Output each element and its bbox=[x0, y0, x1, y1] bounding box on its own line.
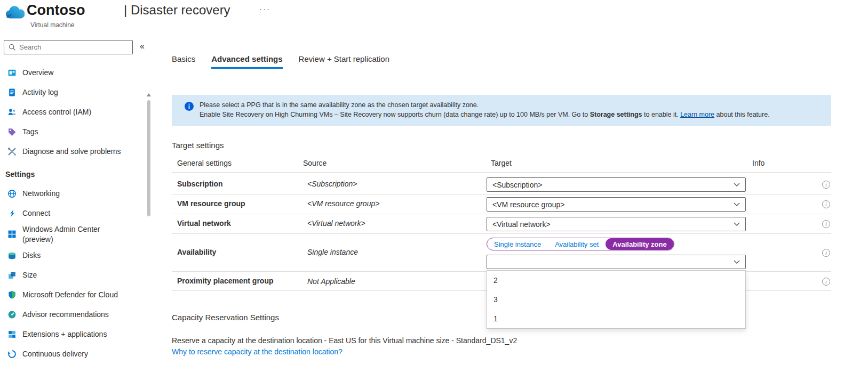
table-divider bbox=[172, 214, 831, 214]
sidebar-item-size[interactable]: Size bbox=[0, 265, 134, 285]
sidebar-item-label: Access control (IAM) bbox=[22, 107, 91, 117]
info-banner: Please select a PPG that is in the same … bbox=[172, 95, 831, 126]
banner-line2: Enable Site Recovery on High Churning VM… bbox=[200, 110, 824, 119]
disks-icon bbox=[7, 251, 17, 260]
windows-admin-center-icon bbox=[7, 230, 17, 239]
sidebar-item-extensions[interactable]: Extensions + applications bbox=[0, 325, 134, 344]
diagnose-icon bbox=[7, 147, 17, 156]
row-label-availability: Availability bbox=[177, 248, 216, 256]
more-options-icon[interactable]: ··· bbox=[259, 4, 270, 13]
sidebar: « Overview Activity log Access control (… bbox=[0, 37, 152, 373]
banner-line2-mid: to enable it. bbox=[642, 111, 681, 118]
subscription-select-value: <Subscription> bbox=[492, 181, 542, 189]
row-source-virtual-network: <Virtual network> bbox=[307, 219, 365, 228]
sidebar-item-windows-admin-center[interactable]: Windows Admin Center (preview) bbox=[0, 223, 134, 246]
pill-availability-zone[interactable]: Availability zone bbox=[606, 238, 673, 250]
networking-icon bbox=[7, 189, 17, 198]
column-header-source: Source bbox=[303, 159, 327, 167]
row-source-proximity-placement-group: Not Applicable bbox=[307, 277, 355, 286]
sidebar-item-label: Continuous delivery bbox=[22, 349, 88, 359]
sidebar-item-label: Size bbox=[22, 270, 37, 280]
column-header-target: Target bbox=[491, 159, 512, 167]
zone-option[interactable]: 2 bbox=[487, 271, 745, 290]
banner-text: Please select a PPG that is in the same … bbox=[200, 100, 824, 119]
banner-line2-suffix: about this feature. bbox=[714, 111, 770, 118]
capacity-why-reserve-link[interactable]: Why to reserve capacity at the destinati… bbox=[172, 347, 343, 356]
sidebar-item-diagnose[interactable]: Diagnose and solve problems bbox=[0, 142, 134, 161]
info-tooltip-icon[interactable] bbox=[822, 220, 830, 228]
sidebar-item-networking[interactable]: Networking bbox=[0, 184, 134, 204]
sidebar-item-label: Overview bbox=[22, 68, 53, 78]
tab-advanced-settings[interactable]: Advanced settings bbox=[211, 54, 282, 69]
subscription-select[interactable]: <Subscription> bbox=[487, 177, 746, 192]
search-icon bbox=[9, 44, 16, 51]
extensions-icon bbox=[7, 330, 17, 339]
zone-option[interactable]: 1 bbox=[487, 309, 745, 328]
sidebar-item-connect[interactable]: Connect bbox=[0, 204, 134, 223]
collapse-sidebar-icon[interactable]: « bbox=[140, 42, 145, 51]
scrollbar-up-arrow[interactable] bbox=[147, 93, 151, 96]
table-divider bbox=[172, 233, 831, 234]
table-divider bbox=[172, 194, 831, 194]
blade-title: | Disaster recovery bbox=[124, 3, 230, 18]
column-header-general-settings: General settings bbox=[177, 159, 232, 167]
chevron-down-icon bbox=[734, 222, 740, 226]
search-input[interactable] bbox=[19, 43, 128, 51]
tab-review-start-replication[interactable]: Review + Start replication bbox=[299, 54, 390, 69]
pill-availability-set[interactable]: Availability set bbox=[548, 238, 606, 250]
info-tooltip-icon[interactable] bbox=[822, 249, 830, 257]
availability-pill-group: Single instance Availability set Availab… bbox=[487, 238, 674, 250]
sidebar-item-advisor[interactable]: Advisor recommendations bbox=[0, 305, 134, 325]
sidebar-item-defender[interactable]: Microsoft Defender for Cloud bbox=[0, 285, 134, 305]
sidebar-item-label: Diagnose and solve problems bbox=[22, 147, 121, 157]
chevron-down-icon bbox=[734, 202, 740, 207]
azure-portal-screen: Contoso Virtual machine | Disaster recov… bbox=[0, 0, 868, 373]
banner-storage-settings-emphasis: Storage settings bbox=[590, 111, 642, 118]
table-divider bbox=[172, 172, 831, 173]
sidebar-search[interactable] bbox=[4, 40, 133, 54]
info-tooltip-icon[interactable] bbox=[822, 278, 830, 286]
connect-icon bbox=[7, 209, 17, 218]
sidebar-item-label: Disks bbox=[22, 250, 41, 261]
row-label-virtual-network: Virtual network bbox=[177, 219, 231, 228]
sidebar-menu: Overview Activity log Access control (IA… bbox=[0, 63, 134, 364]
sidebar-item-label: Networking bbox=[22, 189, 60, 199]
capacity-reservation-heading: Capacity Reservation Settings bbox=[172, 313, 279, 322]
banner-line1: Please select a PPG that is in the same … bbox=[200, 100, 824, 110]
sidebar-item-overview[interactable]: Overview bbox=[0, 63, 134, 83]
page-title: Contoso bbox=[27, 2, 85, 19]
sidebar-item-continuous-delivery[interactable]: Continuous delivery bbox=[0, 344, 134, 364]
defender-shield-icon bbox=[7, 290, 17, 299]
column-header-info: Info bbox=[752, 159, 765, 167]
virtual-network-select[interactable]: <Virtual network> bbox=[487, 217, 746, 231]
sidebar-item-access-control[interactable]: Access control (IAM) bbox=[0, 102, 134, 122]
resource-type-label: Virtual machine bbox=[30, 21, 75, 29]
pill-single-instance[interactable]: Single instance bbox=[487, 238, 548, 250]
tags-icon bbox=[7, 127, 17, 136]
sidebar-item-label: Connect bbox=[22, 208, 50, 218]
access-control-icon bbox=[7, 108, 17, 117]
sidebar-section-settings: Settings bbox=[0, 161, 134, 184]
target-settings-heading: Target settings bbox=[172, 141, 224, 150]
sidebar-item-disks[interactable]: Disks bbox=[0, 246, 134, 265]
sidebar-item-tags[interactable]: Tags bbox=[0, 122, 134, 142]
row-label-proximity-placement-group: Proximity placement group bbox=[177, 277, 273, 285]
banner-line2-text: Enable Site Recovery on High Churning VM… bbox=[200, 111, 590, 118]
learn-more-link[interactable]: Learn more bbox=[680, 111, 714, 118]
vm-resource-group-select[interactable]: <VM resource group> bbox=[487, 197, 746, 212]
info-tooltip-icon[interactable] bbox=[822, 200, 830, 208]
zone-option[interactable]: 3 bbox=[487, 290, 745, 309]
row-label-vm-resource-group: VM resource group bbox=[177, 199, 245, 208]
tab-basics[interactable]: Basics bbox=[172, 54, 195, 69]
sidebar-scrollbar[interactable] bbox=[147, 100, 150, 216]
availability-zone-select[interactable] bbox=[487, 255, 746, 269]
info-tooltip-icon[interactable] bbox=[822, 181, 830, 189]
activity-log-icon bbox=[7, 88, 17, 97]
sidebar-item-label: Microsoft Defender for Cloud bbox=[22, 290, 118, 300]
chevron-down-icon bbox=[734, 260, 740, 264]
sidebar-item-label: Advisor recommendations bbox=[22, 310, 109, 320]
row-source-subscription: <Subscription> bbox=[307, 180, 357, 188]
continuous-delivery-icon bbox=[7, 350, 17, 359]
row-source-vm-resource-group: <VM resource group> bbox=[307, 199, 379, 208]
sidebar-item-activity-log[interactable]: Activity log bbox=[0, 83, 134, 102]
